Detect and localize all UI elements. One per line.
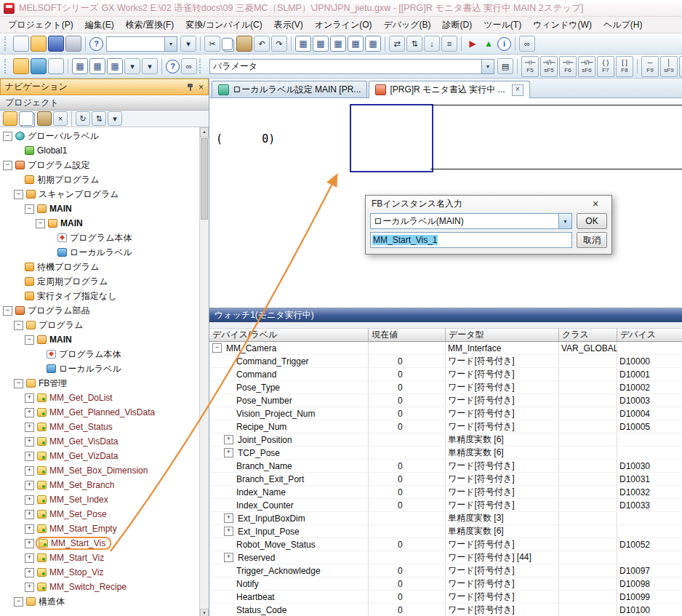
copy-icon[interactable] — [222, 38, 233, 50]
fkey-cf9-button[interactable]: ×cF9 — [679, 56, 682, 77]
watch-column-header[interactable]: データ型 — [446, 329, 559, 341]
fkey-sf6-button[interactable]: ⊣/⊢sF6 — [578, 56, 595, 77]
watch-window-header[interactable]: ウォッチ1(モニタ実行中) — [209, 308, 682, 322]
tree-item-no-execution-type[interactable]: 実行タイプ指定なし — [0, 289, 199, 303]
expand-icon[interactable]: + — [25, 495, 34, 505]
collapse-icon[interactable]: − — [3, 306, 12, 316]
expand-icon[interactable]: + — [25, 423, 34, 432]
monitor-write-icon[interactable]: ▲ — [481, 36, 496, 51]
display-target-icon[interactable]: ▾ — [180, 36, 196, 52]
collapse-icon[interactable]: − — [14, 597, 23, 607]
watch-row-TCP_Pose[interactable]: +TCP_Pose単精度実数 [6] — [209, 447, 682, 460]
expand-icon[interactable]: + — [25, 553, 34, 563]
navigation-window-icon[interactable] — [13, 58, 29, 74]
display-magnification-icon[interactable]: ▾ — [142, 58, 158, 74]
watch-row-Robot_Move_Status[interactable]: Robot_Move_Status0ワード[符号付き]D10052 — [209, 538, 682, 551]
tree-item-mm-set-branch[interactable]: +MM_Set_Branch — [0, 478, 199, 492]
paste-data-icon[interactable] — [37, 111, 52, 126]
refresh-icon[interactable]: ↻ — [76, 111, 90, 126]
watch-row-Ext_Input_Pose[interactable]: +Ext_Input_Pose単精度実数 [6] — [209, 525, 682, 538]
expand-icon[interactable]: + — [25, 452, 34, 461]
menu-project[interactable]: プロジェクト(P) — [2, 17, 79, 33]
copy-data-icon[interactable] — [19, 111, 33, 126]
cut-icon[interactable]: ✂ — [204, 36, 220, 52]
watch-row-Recipe_Num[interactable]: Recipe_Num0ワード[符号付き]D10005 — [209, 420, 682, 433]
watch-row-Branch_Name[interactable]: Branch_Name0ワード[符号付き]D10030 — [209, 460, 682, 473]
watch-row-Index_Counter[interactable]: Index_Counter0ワード[符号付き]D10033 — [209, 499, 682, 512]
tree-item-global1[interactable]: Global1 — [0, 143, 199, 158]
pin-icon[interactable] — [187, 83, 194, 92]
expand-icon[interactable]: + — [25, 408, 34, 417]
collapse-icon[interactable]: − — [3, 161, 12, 170]
tree-item-mm-get-visdata[interactable]: +MM_Get_VisData — [0, 434, 199, 449]
menu-view[interactable]: 表示(V) — [268, 17, 309, 33]
tree-item-program-parts[interactable]: −プログラム部品 — [0, 303, 199, 318]
tree-item-scan-program[interactable]: −スキャンプログラム — [0, 187, 199, 201]
sort-icon[interactable]: ⇅ — [92, 111, 106, 126]
tree-item-mm-get-vizdata[interactable]: +MM_Get_VizData — [0, 449, 199, 463]
find-in-data-icon[interactable]: ▤ — [497, 58, 513, 74]
ladder-selection-cursor[interactable] — [350, 104, 433, 172]
device-memory-edit-icon[interactable]: ▦ — [89, 58, 105, 74]
watch-row-Index_Name[interactable]: Index_Name0ワード[符号付き]D10032 — [209, 486, 682, 499]
watch-row-Ext_InputBoxDim[interactable]: +Ext_InputBoxDim単精度実数 [3] — [209, 512, 682, 525]
fkey-f5-button[interactable]: ⊣⊢F5 — [521, 56, 539, 77]
tree-item-standby-program[interactable]: 待機プログラム — [0, 260, 199, 274]
fkey-sf5-button[interactable]: ⊣/⊢sF5 — [540, 56, 558, 77]
tree-item-parts-local-label[interactable]: ローカルラベル — [0, 361, 199, 376]
label-scope-combo[interactable]: ローカルラベル(MAIN) ▼ — [370, 213, 572, 229]
ok-button[interactable]: OK — [577, 213, 607, 229]
output-window-icon[interactable] — [48, 58, 64, 74]
watch-row-Vision_Project_Num[interactable]: Vision_Project_Num0ワード[符号付き]D10004 — [209, 407, 682, 420]
help-reference-icon[interactable]: ? — [166, 60, 180, 73]
watch-row-Reserved[interactable]: +Reservedワード[符号付き] [44] — [209, 551, 682, 564]
expand-icon[interactable]: + — [25, 524, 34, 534]
menu-convert-compile[interactable]: 変換/コンパイル(C) — [180, 17, 268, 33]
expand-icon[interactable]: + — [25, 510, 34, 519]
menu-tools[interactable]: ツール(T) — [478, 17, 527, 33]
fkey-sf9-button[interactable]: │sF9 — [660, 56, 678, 77]
chevron-down-icon[interactable]: ▼ — [164, 37, 177, 51]
scroll-down-icon[interactable]: ▼ — [200, 609, 209, 616]
menu-online[interactable]: オンライン(O) — [309, 17, 378, 33]
verify-with-plc-icon[interactable]: ≡ — [441, 36, 457, 52]
fkey-f6-button[interactable]: ⊣⊢F6 — [559, 56, 577, 77]
open-project-icon[interactable] — [31, 36, 47, 52]
collapse-icon[interactable]: − — [25, 204, 34, 214]
redo-icon[interactable]: ↷ — [271, 36, 287, 52]
tree-item-initial-program[interactable]: 初期プログラム — [0, 172, 199, 187]
parameter-combo[interactable]: パラメータ▼ — [209, 59, 494, 74]
watch-column-header[interactable]: デバイス — [617, 329, 682, 341]
watch-row-Trigger_Acknowledge[interactable]: Trigger_Acknowledge0ワード[符号付き]D10097 — [209, 564, 682, 577]
device-comment-icon[interactable]: ▦ — [295, 36, 311, 52]
tree-item-mm-stop-viz[interactable]: +MM_Stop_Viz — [0, 565, 199, 580]
close-icon[interactable]: × — [198, 83, 204, 92]
read-from-plc-icon[interactable]: ↓ — [424, 36, 440, 52]
watch-row-Command_Trigger[interactable]: Command_Trigger0ワード[符号付き]D10000 — [209, 355, 682, 368]
menu-window[interactable]: ウィンドウ(W) — [527, 17, 598, 33]
tree-item-structure[interactable]: −構造体 — [0, 594, 199, 609]
scroll-up-icon[interactable]: ▲ — [200, 127, 209, 137]
system-monitor-icon[interactable]: i — [497, 37, 511, 51]
collapse-icon[interactable]: − — [3, 132, 12, 141]
watch-row-Pose_Number[interactable]: Pose_Number0ワード[符号付き]D10003 — [209, 394, 682, 407]
expand-icon[interactable]: + — [25, 466, 34, 476]
paste-icon[interactable] — [236, 36, 252, 52]
tree-item-parts-main[interactable]: −MAIN — [0, 332, 199, 347]
delete-data-icon[interactable]: × — [53, 111, 68, 126]
watch-row-Command[interactable]: Command0ワード[符号付き]D10001 — [209, 368, 682, 381]
tree-item-mm-switch-recipe[interactable]: +MM_Switch_Recipe — [0, 580, 199, 594]
comment-display-icon[interactable]: ▦ — [365, 36, 381, 52]
chevron-down-icon[interactable]: ▼ — [558, 214, 571, 228]
tree-item-program-folder[interactable]: −プログラム — [0, 318, 199, 332]
monitor-start-icon[interactable]: ▶ — [465, 36, 480, 51]
find-icon[interactable]: ∞ — [181, 58, 197, 74]
tree-item-scan-main-group[interactable]: −MAIN — [0, 201, 199, 216]
display-content-icon[interactable]: ▾ — [124, 58, 140, 74]
tree-item-scan-main-program[interactable]: −MAIN — [0, 216, 199, 231]
watch-row-MM_Camera[interactable]: −MM_CameraMM_InterfaceVAR_GLOBAL — [209, 342, 682, 355]
tree-item-parts-program-body[interactable]: プログラム本体 — [0, 347, 199, 361]
watch-column-header[interactable]: 現在値 — [369, 329, 446, 341]
tree-item-mm-start-empty[interactable]: +MM_Start_Empty — [0, 521, 199, 536]
tree-item-global-label[interactable]: −グローバルラベル — [0, 129, 199, 143]
